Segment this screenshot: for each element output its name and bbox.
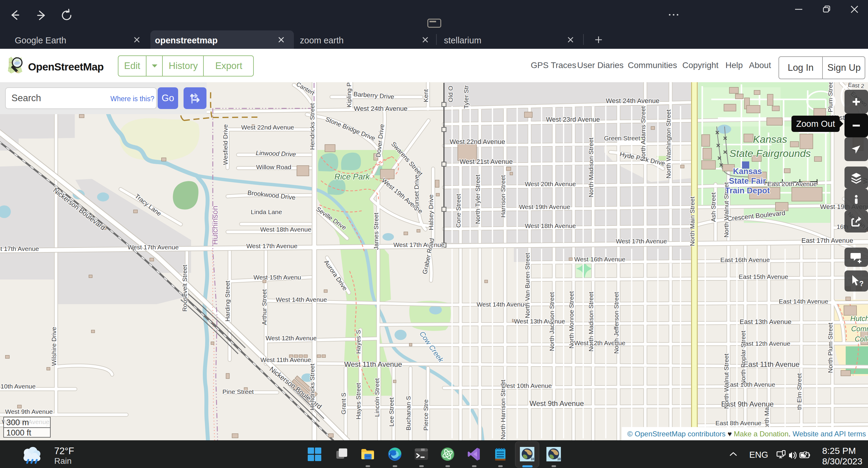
svg-text:Linda Lane: Linda Lane [251, 208, 282, 215]
svg-text:Tyler Str: Tyler Str [463, 85, 470, 109]
svg-text:East 10th Avenue: East 10th Avenue [726, 381, 775, 388]
svg-text:?: ? [859, 279, 863, 288]
svg-text:Lee Street: Lee Street [388, 397, 395, 427]
svg-text:Hutchin: Hutchin [850, 314, 868, 323]
svg-text:Cone Street: Cone Street [455, 194, 462, 228]
svg-text:North Madison Street: North Madison Street [587, 138, 594, 198]
svg-text:North Monroe Street: North Monroe Street [568, 291, 575, 348]
svg-text:East 15th Avenue: East 15th Avenue [739, 273, 788, 280]
svg-text:West 9th Avenue: West 9th Avenue [5, 408, 53, 415]
svg-text:Arthur Street: Arthur Street [261, 289, 268, 325]
svg-text:Pine Street: Pine Street [222, 388, 254, 395]
svg-text:North Washington Street: North Washington Street [665, 109, 672, 178]
svg-text:North Poplar Street: North Poplar Street [740, 331, 747, 385]
svg-text:Plum Street: Plum Street [827, 82, 834, 112]
svg-text:10: 10 [557, 458, 561, 461]
svg-text:West 17th Avenue: West 17th Avenue [127, 244, 179, 250]
svg-text:North Walnut Street: North Walnut Street [723, 354, 730, 409]
svg-text:West 19th Avenue: West 19th Avenue [519, 203, 570, 210]
svg-text:West 13th Avenue: West 13th Avenue [514, 318, 565, 325]
svg-text:East 12th Avenue: East 12th Avenue [741, 340, 790, 347]
svg-text:West 16th Avenue: West 16th Avenue [574, 256, 625, 263]
svg-text:North Plum Street: North Plum Street [827, 323, 834, 373]
svg-text:West 17th Avenue: West 17th Avenue [393, 241, 444, 248]
svg-text:North Adams Street: North Adams Street [640, 106, 647, 161]
svg-text:10: 10 [531, 458, 534, 461]
svg-text:West 22nd Avenue: West 22nd Avenue [450, 138, 505, 145]
svg-text:Lincoln Street: Lincoln Street [373, 378, 380, 417]
svg-text:Kansas: Kansas [733, 167, 762, 176]
svg-text:State Fair: State Fair [729, 176, 766, 186]
svg-text:West 11th Avenue: West 11th Avenue [260, 356, 311, 363]
svg-text:West 10th Avenue: West 10th Avenue [501, 382, 552, 389]
svg-text:West 14th Avenue: West 14th Avenue [276, 296, 327, 303]
svg-text:10th Avenue: 10th Avenue [1, 383, 36, 390]
svg-text:East 16th Avenue: East 16th Avenue [720, 256, 770, 263]
svg-text:East 14th Avenue: East 14th Avenue [779, 298, 828, 305]
svg-text:Hutchinson: Hutchinson [210, 206, 219, 245]
svg-text:Kansas: Kansas [753, 133, 787, 145]
svg-text:West 14th Avenue: West 14th Avenue [476, 301, 528, 308]
svg-text:Harding Street: Harding Street [224, 281, 231, 322]
svg-text:Train Depot: Train Depot [725, 186, 770, 195]
svg-text:West 20th Avenue: West 20th Avenue [525, 180, 576, 187]
svg-text:Kipling P: Kipling P [345, 82, 352, 107]
svg-text:Rice Park: Rice Park [334, 172, 370, 181]
svg-text:North Main Street: North Main Street [689, 197, 695, 246]
svg-text:Kent: Kent [422, 89, 429, 102]
svg-text:Linwood Drive: Linwood Drive [255, 149, 296, 158]
svg-text:West 24th Avenue: West 24th Avenue [606, 97, 659, 104]
svg-text:West 22nd Avenue: West 22nd Avenue [241, 124, 294, 131]
svg-text:st 17th Avenue: st 17th Avenue [0, 245, 39, 252]
svg-text:Colleg: Colleg [855, 335, 868, 343]
svg-text:Wilshire Drive: Wilshire Drive [50, 327, 57, 366]
svg-text:Pierce Stre: Pierce Stre [422, 399, 429, 431]
svg-text:North Van Buren Street: North Van Buren Street [524, 253, 531, 318]
svg-text:Commu: Commu [851, 325, 868, 333]
svg-text:Roosevelt Street: Roosevelt Street [181, 265, 188, 311]
svg-text:Hendricks Street: Hendricks Street [309, 103, 315, 150]
svg-text:West 15th Avenu: West 15th Avenu [253, 274, 301, 281]
svg-text:Grant S: Grant S [340, 393, 347, 414]
svg-text:Sunset Drive: Sunset Drive [413, 175, 420, 211]
svg-text:North Jackson Street: North Jackson Street [548, 292, 555, 351]
svg-text:West 23rd Avenue: West 23rd Avenue [546, 115, 600, 123]
svg-text:East 13th Avenue: East 13th Avenue [740, 318, 792, 326]
svg-text:West 9th Avenue: West 9th Avenue [530, 399, 584, 407]
svg-text:West 21st Avenue: West 21st Avenue [460, 158, 513, 165]
svg-text:Hendricks Street: Hendricks Street [309, 364, 315, 410]
svg-text:North Madison Street: North Madison Street [587, 292, 594, 352]
svg-text:East 11th Avenue: East 11th Avenue [744, 360, 800, 368]
svg-text:Harrison Street: Harrison Street [499, 175, 506, 218]
svg-text:North Harrison Street: North Harrison Street [499, 380, 506, 440]
svg-text:Hayes Street: Hayes Street [355, 383, 362, 420]
svg-text:West 11th Avenue: West 11th Avenue [344, 360, 402, 368]
svg-text:James Street: James Street [373, 212, 379, 250]
svg-text:West 24th Avenue: West 24th Avenue [354, 105, 407, 112]
svg-text:East 17th Avenue: East 17th Avenue [801, 237, 853, 244]
svg-text:Wesfield Drive: Wesfield Drive [222, 124, 229, 165]
svg-text:West 12th Avenue: West 12th Avenue [266, 335, 317, 341]
svg-text:State Fairgrounds: State Fairgrounds [730, 147, 811, 159]
svg-text:Hayes S: Hayes S [355, 330, 362, 354]
svg-text:Willow Road: Willow Road [256, 164, 291, 170]
svg-text:West 18th Avenue: West 18th Avenue [525, 222, 576, 229]
svg-text:Green Street: Green Street [604, 135, 640, 141]
svg-text:North Jefferson Street: North Jefferson Street [613, 292, 620, 354]
svg-text:East 8th Avenue: East 8th Avenue [715, 420, 762, 427]
svg-text:West 17th Avenue: West 17th Avenue [246, 242, 298, 249]
svg-text:North Tyler Street: North Tyler Street [474, 175, 481, 224]
svg-text:East 20th Avenue: East 20th Avenue [767, 180, 817, 187]
svg-text:West 17th Avenue: West 17th Avenue [616, 238, 667, 244]
svg-text:Halsey Drive: Halsey Drive [427, 194, 434, 230]
svg-text:Buchanan S: Buchanan S [405, 396, 412, 430]
svg-text:th Elm Street: th Elm Street [796, 373, 803, 410]
svg-text:Ash Street: Ash Street [710, 193, 717, 222]
svg-text:Old O: Old O [447, 86, 454, 102]
svg-text:West 18th Avenue: West 18th Avenue [260, 226, 311, 233]
